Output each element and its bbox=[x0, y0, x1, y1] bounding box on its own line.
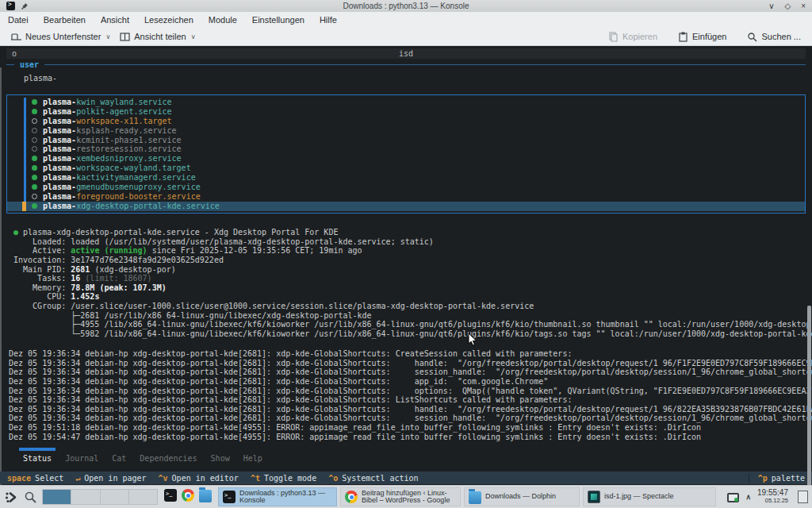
tab-show[interactable]: Show bbox=[211, 454, 230, 463]
service-row[interactable]: plasma-kactivitymanagerd.service bbox=[7, 173, 805, 183]
log-line: Dez 05 19:54:47 debian-hp xdg-desktop-po… bbox=[9, 433, 812, 442]
palette-shortcut[interactable]: ^ppalette bbox=[749, 474, 805, 483]
service-row[interactable]: plasma-foreground-booster.service bbox=[7, 192, 805, 202]
active-unit-dot-icon bbox=[32, 165, 37, 171]
task-button-spectacle[interactable]: isd-1.jpg — Spectacle bbox=[583, 487, 716, 506]
service-row[interactable]: plasma-restoresession.service bbox=[7, 144, 805, 154]
new-tab-icon bbox=[11, 32, 21, 42]
digital-clock[interactable]: 19:55:47 05.12.25 bbox=[757, 489, 788, 505]
close-button[interactable]: × bbox=[801, 2, 806, 10]
menu-item-ansicht[interactable]: Ansicht bbox=[101, 15, 129, 25]
unit-list[interactable]: plasma-kwin_wayland.serviceplasma-polkit… bbox=[6, 94, 806, 214]
keybinding[interactable]: ^tToggle mode bbox=[251, 474, 316, 483]
menu-item-hilfe[interactable]: Hilfe bbox=[320, 15, 337, 25]
tab-help[interactable]: Help bbox=[243, 454, 262, 463]
desktop-cell[interactable] bbox=[43, 490, 71, 504]
search-icon bbox=[747, 32, 757, 42]
task-title: isd-1.jpg — Spectacle bbox=[604, 493, 674, 501]
task-title: Downloads : python3.13 — Konsole bbox=[239, 490, 332, 505]
show-desktop-button[interactable] bbox=[798, 491, 808, 503]
active-unit-dot-icon bbox=[32, 175, 37, 180]
search-button[interactable]: Suchen ... bbox=[742, 30, 806, 44]
keybinding[interactable]: ^vOpen in editor bbox=[159, 474, 239, 483]
konsole-launcher[interactable] bbox=[164, 489, 177, 505]
split-view-icon bbox=[120, 32, 130, 42]
maximize-button[interactable]: ◇ bbox=[784, 2, 791, 10]
copy-button[interactable]: Kopieren bbox=[603, 30, 662, 44]
tab-cat[interactable]: Cat bbox=[112, 454, 126, 463]
minimize-button[interactable]: ∨ bbox=[768, 2, 774, 10]
dolphin-icon bbox=[469, 491, 481, 504]
log-line: Dez 05 19:36:34 debian-hp xdg-desktop-po… bbox=[9, 395, 812, 405]
keybinding[interactable]: ↵Open in pager bbox=[75, 474, 146, 483]
service-row[interactable]: plasma-kcminit-phase1.service bbox=[7, 136, 805, 145]
menu-item-bearbeiten[interactable]: Bearbeiten bbox=[44, 15, 86, 25]
key-label: ↵ bbox=[75, 474, 80, 483]
menu-item-datei[interactable]: Datei bbox=[8, 15, 29, 25]
service-row[interactable]: plasma-ksplash-ready.service bbox=[7, 126, 805, 136]
dolphin-launcher[interactable] bbox=[199, 488, 212, 506]
menu-item-module[interactable]: Module bbox=[209, 15, 237, 25]
task-title: Beitrag hinzufügen ‹ Linux-Bibel – WordP… bbox=[362, 490, 456, 505]
unit-search-input[interactable]: plasma- bbox=[24, 74, 57, 83]
service-row[interactable]: plasma-polkit-agent.service bbox=[7, 107, 805, 117]
task-button-chrome[interactable]: Beitrag hinzufügen ‹ Linux-Bibel – WordP… bbox=[340, 487, 461, 506]
menu-item-lesezeichen[interactable]: Lesezeichen bbox=[144, 15, 193, 25]
service-name: xdg-desktop-portal-kde.service bbox=[76, 202, 220, 210]
tab-status[interactable]: Status bbox=[23, 454, 52, 463]
terminal-view[interactable]: o isd user plasma- plasma-kwin_wayland.s… bbox=[0, 45, 812, 486]
new-tab-button[interactable]: Neues Unterfenster ∨ bbox=[6, 30, 115, 44]
status-line: Memory: 78.8M (peak: 107.3M) bbox=[9, 283, 812, 293]
rule-line bbox=[44, 64, 806, 65]
paste-button[interactable]: Einfügen bbox=[673, 30, 731, 44]
window-edge bbox=[0, 67, 2, 486]
app-launcher-button[interactable] bbox=[4, 490, 19, 505]
user-panel-label: user bbox=[14, 60, 44, 69]
desktop-cell[interactable] bbox=[129, 490, 157, 504]
virtual-desktop-pager[interactable] bbox=[42, 489, 158, 505]
tray-expand-icon[interactable]: ∧ bbox=[745, 493, 751, 501]
service-prefix: plasma- bbox=[43, 117, 76, 125]
tab-journal[interactable]: Journal bbox=[65, 454, 98, 463]
desktop-cell[interactable] bbox=[101, 490, 129, 504]
chrome-launcher[interactable] bbox=[182, 489, 194, 505]
keybinding[interactable]: spaceSelect bbox=[7, 474, 63, 483]
terminal-scrollbar[interactable] bbox=[807, 306, 811, 488]
task-button-dolphin[interactable]: Downloads — Dolphin bbox=[464, 487, 580, 506]
service-prefix: plasma- bbox=[43, 144, 76, 153]
keybinding[interactable]: ^oSystemctl action bbox=[328, 474, 418, 483]
status-line: CGroup: /user.slice/user-1000.slice/user… bbox=[9, 302, 812, 311]
service-row[interactable]: plasma-workspace-x11.target bbox=[7, 117, 805, 126]
service-row[interactable]: plasma-xdg-desktop-portal-kde.service bbox=[7, 202, 805, 211]
task-button-konsole[interactable]: Downloads : python3.13 — Konsole bbox=[218, 487, 337, 506]
chrome-icon bbox=[182, 489, 194, 502]
palette-key: ^p bbox=[758, 474, 768, 483]
tray-device-icon[interactable] bbox=[727, 493, 739, 502]
new-tab-label: Neues Unterfenster bbox=[25, 32, 101, 41]
service-prefix: plasma- bbox=[43, 98, 76, 106]
search-launcher-button[interactable] bbox=[24, 491, 37, 504]
clock-date: 05.12.25 bbox=[757, 497, 788, 505]
service-row[interactable]: plasma-workspace-wayland.target bbox=[7, 164, 805, 173]
split-view-button[interactable]: Ansicht teilen ∨ bbox=[115, 30, 200, 44]
service-row[interactable]: plasma-gmenudbusmenuproxy.service bbox=[7, 183, 805, 192]
service-row[interactable]: plasma-kwin_wayland.service bbox=[7, 98, 805, 107]
inactive-unit-dot-icon bbox=[32, 194, 37, 199]
inactive-unit-dot-icon bbox=[32, 118, 37, 124]
window-titlebar[interactable]: Downloads : python3.13 — Konsole ∨ ◇ × bbox=[0, 0, 812, 12]
action-label: Systemctl action bbox=[342, 474, 418, 483]
service-name: polkit-agent.service bbox=[76, 107, 171, 116]
status-line: ├─4955 /lib/x86_64-linux-gnu/libexec/kf6… bbox=[9, 320, 812, 329]
status-panel[interactable]: ● plasma-xdg-desktop-portal-kde.service … bbox=[9, 228, 812, 339]
preview-tab-bar: StatusJournalCatDependenciesShowHelp bbox=[23, 454, 262, 463]
menu-item-einstellungen[interactable]: Einstellungen bbox=[252, 15, 304, 25]
taskbar: Downloads : python3.13 — KonsoleBeitrag … bbox=[0, 485, 812, 508]
desktop-cell[interactable] bbox=[71, 490, 100, 504]
desktop-screen: Downloads : python3.13 — Konsole ∨ ◇ × D… bbox=[0, 0, 812, 508]
service-name: kactivitymanagerd.service bbox=[76, 173, 196, 182]
tab-dependencies[interactable]: Dependencies bbox=[140, 454, 197, 463]
journal-log-panel[interactable]: Dez 05 19:36:34 debian-hp xdg-desktop-po… bbox=[9, 349, 812, 441]
status-line: ● plasma-xdg-desktop-portal-kde.service … bbox=[9, 228, 812, 237]
service-row[interactable]: plasma-xembedsniproxy.service bbox=[7, 154, 805, 164]
status-line: Main PID: 2681 (xdg-desktop-por) bbox=[9, 265, 812, 275]
